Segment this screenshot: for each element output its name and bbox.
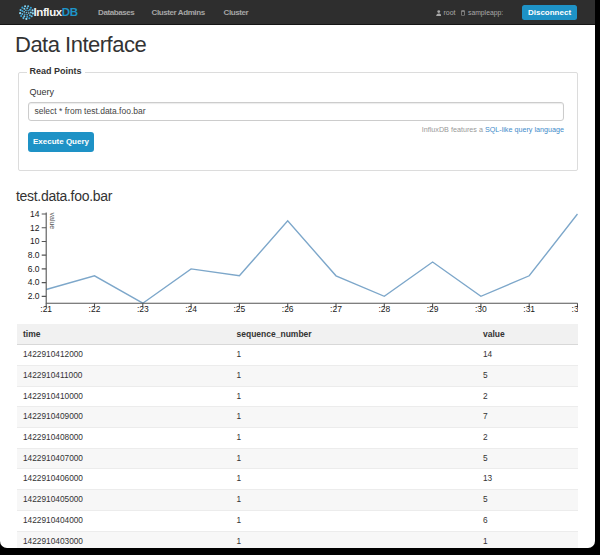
svg-text::28: :28 xyxy=(378,304,390,314)
svg-text::21: :21 xyxy=(40,304,52,314)
svg-text:12: 12 xyxy=(30,223,40,233)
svg-text::23: :23 xyxy=(137,304,149,314)
svg-text::31: :31 xyxy=(523,304,535,314)
svg-text::27: :27 xyxy=(330,304,342,314)
svg-text:value: value xyxy=(49,213,56,230)
svg-text:6.0: 6.0 xyxy=(28,264,40,274)
svg-text::22: :22 xyxy=(89,304,101,314)
svg-text:4.0: 4.0 xyxy=(28,277,40,287)
svg-text::25: :25 xyxy=(233,304,245,314)
svg-text::24: :24 xyxy=(185,304,197,314)
svg-text::32: :32 xyxy=(572,304,578,314)
svg-text:10: 10 xyxy=(30,236,40,246)
svg-text::26: :26 xyxy=(282,304,294,314)
svg-text::29: :29 xyxy=(427,304,439,314)
svg-text:8.0: 8.0 xyxy=(28,250,40,260)
svg-text::30: :30 xyxy=(475,304,487,314)
svg-text:14: 14 xyxy=(30,209,40,219)
svg-text:2.0: 2.0 xyxy=(28,291,40,301)
